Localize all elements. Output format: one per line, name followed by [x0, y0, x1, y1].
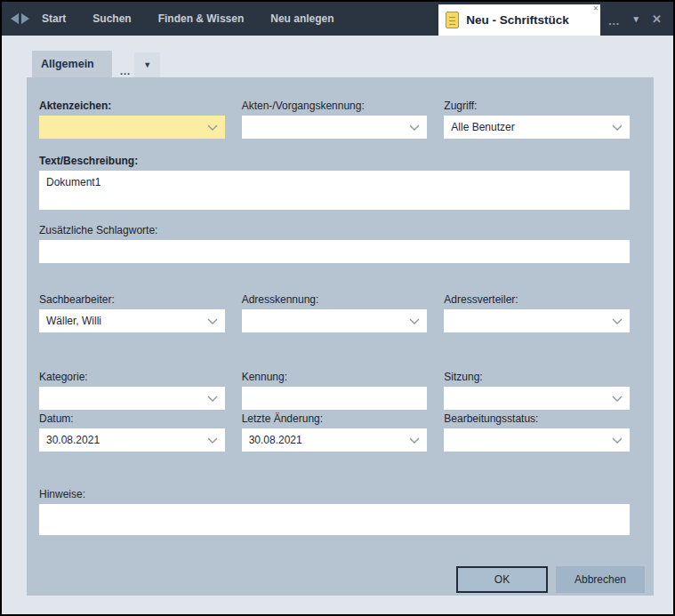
field-bearbeitungsstatus: Bearbeitungsstatus: [444, 412, 630, 452]
chevron-down-icon [612, 124, 623, 131]
hinweise-textarea[interactable] [39, 504, 630, 535]
chevron-down-icon [207, 318, 218, 324]
adresskennung-label: Adresskennung: [242, 293, 428, 306]
chevron-down-icon [207, 124, 218, 131]
tab-strip-overflow-icon[interactable]: ... [120, 66, 131, 76]
chevron-down-icon [409, 318, 420, 324]
window-controls: ... ▼ ✕ [600, 10, 673, 28]
schlagworte-label: Zusätzliche Schlagworte: [39, 224, 630, 236]
aktenzeichen-dropdown[interactable] [39, 116, 225, 139]
field-sitzung: Sitzung: [444, 371, 630, 410]
text-beschreibung-textarea[interactable]: Dokument1 [39, 171, 630, 210]
field-aktenzeichen: Aktenzeichen: [39, 100, 225, 139]
tab-suchen[interactable]: Suchen [92, 12, 131, 25]
tab-start[interactable]: Start [42, 12, 66, 25]
form-row-2: Sachbearbeiter: Wäller, Willi Adresskenn… [39, 293, 630, 332]
ok-button[interactable]: OK [456, 566, 548, 593]
field-text-beschreibung: Text/Beschreibung: Dokument1 [39, 155, 630, 210]
field-schlagworte: Zusätzliche Schlagworte: [39, 224, 630, 263]
tab-list-dropdown-icon[interactable]: ▼ [631, 14, 640, 24]
bearbeitungsstatus-dropdown[interactable] [444, 428, 630, 452]
tab-close-icon[interactable]: ✕ [592, 4, 599, 13]
kategorie-dropdown[interactable] [39, 387, 225, 410]
datum-dropdown[interactable]: 30.08.2021 [39, 428, 225, 452]
vorgangskennung-label: Akten-/Vorgangskennung: [242, 100, 428, 112]
dialog-buttons: OK Abbrechen [456, 566, 645, 593]
vorgangskennung-dropdown[interactable] [242, 116, 428, 139]
form-tab-strip: Allgemein ... ▼ [32, 51, 673, 77]
tab-allgemein[interactable]: Allgemein [32, 51, 112, 77]
sachbearbeiter-label: Sachbearbeiter: [39, 293, 225, 306]
tab-finden-wissen[interactable]: Finden & Wissen [158, 12, 245, 25]
hinweise-label: Hinweise: [39, 488, 630, 500]
field-hinweise: Hinweise: [39, 488, 630, 535]
field-kategorie: Kategorie: [39, 371, 225, 410]
adresskennung-dropdown[interactable] [242, 309, 428, 332]
chevron-down-icon [612, 318, 623, 324]
chevron-down-icon [207, 396, 218, 402]
main-menu-tabs: Start Suchen Finden & Wissen Neu anlegen [42, 12, 334, 25]
forward-icon[interactable] [21, 13, 29, 24]
letzte-aenderung-label: Letzte Änderung: [242, 412, 428, 425]
adressverteiler-dropdown[interactable] [444, 309, 630, 332]
sitzung-dropdown[interactable] [444, 387, 630, 410]
kennung-label: Kennung: [242, 371, 428, 383]
chevron-down-icon [409, 124, 420, 131]
chevron-down-icon [409, 437, 420, 444]
form-row-3: Kategorie: Kennung: Sitzung: [39, 371, 630, 410]
field-vorgangskennung: Akten-/Vorgangskennung: [242, 100, 428, 139]
chevron-down-icon [207, 437, 218, 444]
field-datum: Datum: 30.08.2021 [39, 412, 225, 452]
datum-label: Datum: [39, 412, 225, 425]
kennung-input[interactable] [242, 387, 428, 410]
field-adressverteiler: Adressverteiler: [444, 293, 630, 332]
zugriff-label: Zugriff: [444, 100, 630, 112]
top-tab-bar: Start Suchen Finden & Wissen Neu anlegen… [2, 2, 673, 36]
kategorie-label: Kategorie: [39, 371, 225, 383]
form-panel: Aktenzeichen: Akten-/Vorgangskennung: Zu… [27, 77, 654, 596]
aktenzeichen-label: Aktenzeichen: [39, 100, 225, 112]
letzte-aenderung-dropdown[interactable]: 30.08.2021 [242, 428, 428, 452]
field-sachbearbeiter: Sachbearbeiter: Wäller, Willi [39, 293, 225, 332]
chevron-down-icon [612, 437, 623, 444]
field-kennung: Kennung: [242, 371, 428, 410]
sachbearbeiter-dropdown[interactable]: Wäller, Willi [39, 309, 225, 332]
bearbeitungsstatus-label: Bearbeitungsstatus: [444, 412, 630, 425]
active-document-tab[interactable]: Neu - Schriftstück ✕ [438, 4, 600, 36]
schlagworte-input[interactable] [39, 240, 630, 263]
document-icon [446, 12, 459, 28]
tab-neu-anlegen[interactable]: Neu anlegen [270, 12, 333, 25]
history-nav [11, 13, 29, 24]
adressverteiler-label: Adressverteiler: [444, 293, 630, 306]
form-row-1: Aktenzeichen: Akten-/Vorgangskennung: Zu… [39, 100, 630, 139]
form-row-4: Datum: 30.08.2021 Letzte Änderung: 30.08… [39, 412, 630, 452]
cancel-button[interactable]: Abbrechen [556, 566, 645, 593]
back-icon[interactable] [11, 13, 19, 24]
active-tab-title: Neu - Schriftstück [466, 13, 569, 27]
tab-strip-dropdown-icon[interactable]: ▼ [134, 52, 160, 77]
field-letzte-aenderung: Letzte Änderung: 30.08.2021 [242, 412, 428, 452]
field-adresskennung: Adresskennung: [242, 293, 428, 332]
field-zugriff: Zugriff: Alle Benutzer [444, 100, 630, 139]
close-icon[interactable]: ✕ [652, 12, 662, 26]
tab-overflow-icon[interactable]: ... [608, 15, 620, 28]
app-window: { "topbar": { "tabs": ["Start", "Suchen"… [0, 0, 675, 616]
text-beschreibung-label: Text/Beschreibung: [39, 155, 630, 167]
chevron-down-icon [612, 396, 623, 402]
sitzung-label: Sitzung: [444, 371, 630, 383]
zugriff-dropdown[interactable]: Alle Benutzer [444, 116, 630, 139]
